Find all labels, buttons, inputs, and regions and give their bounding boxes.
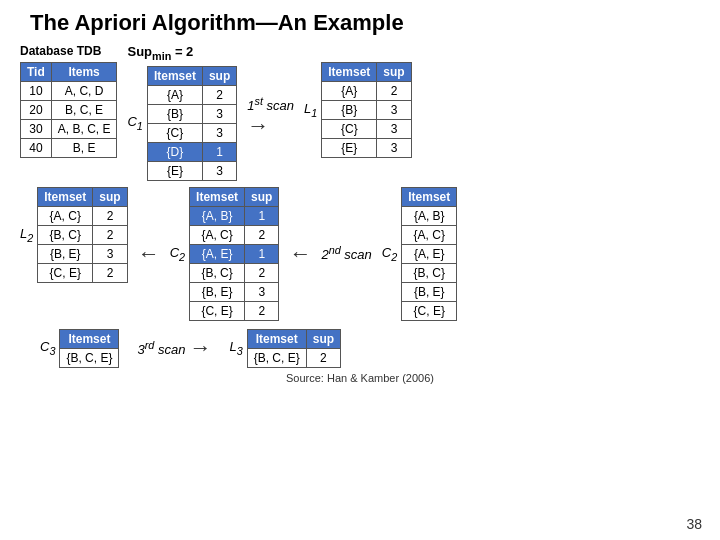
- c3-label: C3: [40, 339, 55, 357]
- table-row: {C, E}2: [38, 263, 127, 282]
- c2-left-group: C2 Itemset sup {A, B}1{A, C}2{A, E}1{B, …: [170, 187, 280, 321]
- table-row: {E}3: [147, 161, 236, 180]
- l1-label: L1: [304, 101, 317, 119]
- row2: L2 Itemset sup {A, C}2{B, C}2{B, E}3{C, …: [20, 187, 700, 321]
- c3-group: C3 Itemset {B, C, E}: [40, 329, 119, 368]
- table-row: {B, C}2: [190, 263, 279, 282]
- table-row: {C, E}: [402, 301, 457, 320]
- c2-left-label: C2: [170, 245, 185, 263]
- l1-group: L1 Itemset sup {A}2{B}3{C}3{E}3: [304, 62, 412, 158]
- table-row: {C, E}2: [190, 301, 279, 320]
- page-number: 38: [686, 516, 702, 532]
- table-row: {B, C}2: [38, 225, 127, 244]
- l3-label: L3: [229, 339, 242, 357]
- c2-right-label: C2: [382, 245, 397, 263]
- table-row: {B, C, E}2: [247, 348, 340, 367]
- l3-col-itemset: Itemset: [247, 329, 306, 348]
- l3-group: L3 Itemset sup {B, C, E}2: [229, 329, 341, 368]
- l1-col-sup: sup: [377, 63, 411, 82]
- scan2-group: 2nd scan: [321, 244, 371, 262]
- table-row: 10A, C, D: [21, 82, 117, 101]
- db-label: Database TDB: [20, 44, 117, 58]
- table-row: {A, C}2: [190, 225, 279, 244]
- table-row: {A, E}1: [190, 244, 279, 263]
- table-row: {A}2: [322, 82, 411, 101]
- table-row: {E}3: [322, 139, 411, 158]
- table-row: {A, B}: [402, 206, 457, 225]
- arrow-left-2: ←: [289, 241, 311, 267]
- scan3-group: 3rd scan →: [137, 335, 211, 361]
- c1-col-sup: sup: [202, 66, 236, 85]
- l1-table: Itemset sup {A}2{B}3{C}3{E}3: [321, 62, 411, 158]
- c2-left-table: Itemset sup {A, B}1{A, C}2{A, E}1{B, C}2…: [189, 187, 279, 321]
- scan1-label: 1st scan: [247, 95, 294, 113]
- db-section: Database TDB Tid Items 10A, C, D20B, C, …: [20, 44, 117, 158]
- l2-label: L2: [20, 226, 33, 244]
- c2r-col-itemset: Itemset: [402, 187, 457, 206]
- l3-col-sup: sup: [306, 329, 340, 348]
- l3-table: Itemset sup {B, C, E}2: [247, 329, 341, 368]
- table-row: 40B, E: [21, 139, 117, 158]
- c2l-col-sup: sup: [245, 187, 279, 206]
- db-table: Tid Items 10A, C, D20B, C, E30A, B, C, E…: [20, 62, 117, 158]
- table-row: {B}3: [322, 101, 411, 120]
- table-row: {A, B}1: [190, 206, 279, 225]
- sup-c1-group: Supmin = 2 C1 Itemset sup {A}2{B}3{C}3{D…: [127, 44, 237, 181]
- table-row: {C}3: [147, 123, 236, 142]
- page-title: The Apriori Algorithm—An Example: [20, 10, 700, 36]
- table-row: {A, C}: [402, 225, 457, 244]
- source-label: Source: Han & Kamber (2006): [20, 372, 700, 384]
- table-row: {D}1: [147, 142, 236, 161]
- c2-right-group: C2 Itemset {A, B}{A, C}{A, E}{B, C}{B, E…: [382, 187, 457, 321]
- c2l-col-itemset: Itemset: [190, 187, 245, 206]
- l2-col-sup: sup: [93, 187, 127, 206]
- l2-col-itemset: Itemset: [38, 187, 93, 206]
- table-row: {B, C, E}: [60, 348, 119, 367]
- row3: C3 Itemset {B, C, E} 3rd scan → L: [40, 329, 700, 368]
- l1-col-itemset: Itemset: [322, 63, 377, 82]
- table-row: {A}2: [147, 85, 236, 104]
- table-row: {A, E}: [402, 244, 457, 263]
- table-row: 20B, C, E: [21, 101, 117, 120]
- table-row: {B, C}: [402, 263, 457, 282]
- sup-label: Supmin = 2: [127, 44, 193, 62]
- c3-col-itemset: Itemset: [60, 329, 119, 348]
- table-row: {B, E}3: [190, 282, 279, 301]
- c1-label: C1: [127, 114, 142, 132]
- scan1-group: 1st scan →: [247, 95, 294, 139]
- c3-table: Itemset {B, C, E}: [59, 329, 119, 368]
- db-col-tid: Tid: [21, 63, 52, 82]
- table-row: {C}3: [322, 120, 411, 139]
- l2-group: L2 Itemset sup {A, C}2{B, C}2{B, E}3{C, …: [20, 187, 128, 283]
- scan3-label: 3rd scan: [137, 339, 185, 357]
- scan2-label: 2nd scan: [321, 244, 371, 262]
- l2-table: Itemset sup {A, C}2{B, C}2{B, E}3{C, E}2: [37, 187, 127, 283]
- c1-col-itemset: Itemset: [147, 66, 202, 85]
- table-row: {B, E}3: [38, 244, 127, 263]
- arrow-left-1: ←: [138, 241, 160, 267]
- table-row: {B, E}: [402, 282, 457, 301]
- c1-table: Itemset sup {A}2{B}3{C}3{D}1{E}3: [147, 66, 237, 181]
- table-row: 30A, B, C, E: [21, 120, 117, 139]
- db-col-items: Items: [51, 63, 117, 82]
- table-row: {B}3: [147, 104, 236, 123]
- c2-right-table: Itemset {A, B}{A, C}{A, E}{B, C}{B, E}{C…: [401, 187, 457, 321]
- page: The Apriori Algorithm—An Example Databas…: [0, 0, 720, 540]
- row1: Database TDB Tid Items 10A, C, D20B, C, …: [20, 44, 700, 181]
- table-row: {A, C}2: [38, 206, 127, 225]
